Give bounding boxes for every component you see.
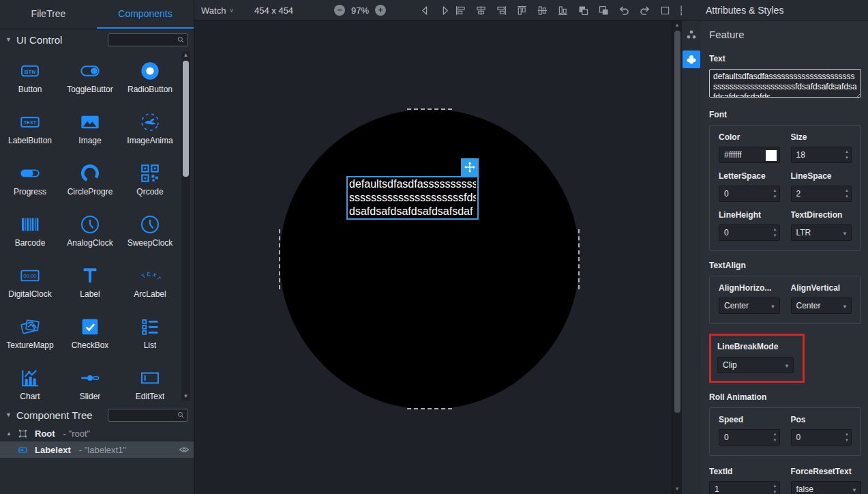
zoom-in-button[interactable]: + xyxy=(375,5,386,16)
scrollbar-thumb[interactable] xyxy=(674,31,680,413)
scroll-down-icon[interactable]: ▼ xyxy=(674,484,680,494)
tree-node-root[interactable]: ▲Root- "root" xyxy=(0,425,194,441)
align-middle-vertical-icon[interactable] xyxy=(537,5,548,16)
component-label: Progress xyxy=(14,187,46,197)
canvas-toolbar: Watch ∨ 454 x 454 − 97% + xyxy=(194,0,682,20)
letterspace-input[interactable]: 0 ▲▼ xyxy=(719,186,780,202)
align-bottom-icon[interactable] xyxy=(557,5,569,16)
align-right-icon[interactable] xyxy=(496,5,507,16)
linespace-input[interactable]: 2 ▲▼ xyxy=(791,186,852,202)
chevron-down-icon: ▼ xyxy=(852,487,857,493)
alignhorizontal-dropdown[interactable]: Center ▼ xyxy=(719,297,780,314)
marquee-icon[interactable] xyxy=(659,5,671,16)
canvas-scrollbar[interactable]: ▲ ▼ xyxy=(672,20,682,494)
chevron-down-icon: ▼ xyxy=(784,363,790,369)
bring-forward-icon[interactable] xyxy=(578,5,589,16)
collapse-caret-icon[interactable]: ▼ xyxy=(5,411,12,418)
undo-icon[interactable] xyxy=(618,5,630,16)
barcode-icon xyxy=(19,214,41,235)
align-center-horizontal-icon[interactable] xyxy=(475,5,487,16)
stepper-icon[interactable]: ▲▼ xyxy=(773,227,777,239)
watch-dropdown[interactable]: Watch ∨ xyxy=(201,0,234,20)
color-swatch[interactable] xyxy=(766,150,777,161)
stepper-icon[interactable]: ▲▼ xyxy=(773,483,777,494)
collapse-caret-icon[interactable]: ▼ xyxy=(5,36,12,43)
component-tree-searchbox xyxy=(108,409,188,422)
selected-label-widget[interactable]: defaultsdfasdfasssssssssssssssssssssssss… xyxy=(346,176,479,220)
canvas-size-label: 454 x 454 xyxy=(254,0,293,20)
color-input[interactable]: #ffffff xyxy=(719,147,780,163)
zoom-controls: − 97% + xyxy=(334,0,386,20)
component-texturemapp[interactable]: TextureMapp xyxy=(0,307,60,358)
ui-control-search-input[interactable] xyxy=(111,35,177,44)
component-togglebuttor[interactable]: ToggleButtor xyxy=(60,51,120,102)
scroll-up-icon[interactable]: ▲ xyxy=(674,20,680,30)
alignvertical-dropdown[interactable]: Center ▼ xyxy=(791,297,852,314)
component-label: LabelButton xyxy=(8,136,52,145)
prev-icon[interactable] xyxy=(419,5,431,16)
send-backward-icon[interactable] xyxy=(598,5,610,16)
pos-label: Pos xyxy=(791,415,852,424)
size-input[interactable]: 18 ▲▼ xyxy=(791,147,852,163)
tab-filetree[interactable]: FileTree xyxy=(0,0,97,29)
expander-icon[interactable]: ▲ xyxy=(4,431,14,437)
textdirection-dropdown[interactable]: LTR ▼ xyxy=(791,224,852,241)
structure-tab[interactable] xyxy=(683,26,700,44)
palette-scrollbar[interactable]: ▲ ▼ xyxy=(181,51,190,401)
component-chart[interactable]: Chart xyxy=(0,358,60,405)
redo-icon[interactable] xyxy=(639,5,650,16)
text-field-input[interactable]: defaultsdfasdfasssssssssssssssssssssssss… xyxy=(709,69,861,98)
scrollbar-thumb[interactable] xyxy=(183,61,189,177)
component-slider[interactable]: Slider xyxy=(60,358,120,405)
component-edittext[interactable]: EditText xyxy=(120,358,180,405)
component-radiobutton[interactable]: RadioButton xyxy=(120,51,180,102)
component-arclabel[interactable]: ArcLabel xyxy=(120,256,180,307)
stepper-icon[interactable]: ▲▼ xyxy=(773,188,777,200)
component-tree-header: ▼ Component Tree xyxy=(0,405,194,425)
component-labelbutton[interactable]: LabelButton xyxy=(0,102,60,154)
scroll-up-icon[interactable]: ▲ xyxy=(183,51,189,59)
textid-input[interactable]: 1 ▲▼ xyxy=(709,481,780,494)
design-canvas[interactable]: defaultsdfasdfasssssssssssssssssssssssss… xyxy=(194,20,672,494)
stepper-icon[interactable]: ▲▼ xyxy=(845,431,849,444)
component-image[interactable]: Image xyxy=(60,102,120,154)
align-top-icon[interactable] xyxy=(516,5,528,16)
component-qrcode[interactable]: Qrcode xyxy=(120,154,180,205)
component-analogclock[interactable]: AnalogClock xyxy=(60,205,120,256)
list-icon xyxy=(139,316,161,338)
align-left-icon[interactable] xyxy=(455,5,466,16)
lineheight-input[interactable]: 0 ▲▼ xyxy=(719,224,780,241)
eye-icon[interactable] xyxy=(179,444,190,455)
root-frame-icon xyxy=(18,428,28,439)
move-handle[interactable] xyxy=(461,158,479,176)
component-progress[interactable]: Progress xyxy=(0,154,60,205)
component-circleprogre[interactable]: CircleProgre xyxy=(60,154,120,205)
label-icon xyxy=(79,265,101,287)
zoom-out-button[interactable]: − xyxy=(334,5,345,16)
stepper-icon[interactable]: ▲▼ xyxy=(845,149,849,161)
component-barcode[interactable]: Barcode xyxy=(0,205,60,256)
slider-icon xyxy=(79,367,101,389)
chevron-down-icon: ▼ xyxy=(770,304,776,310)
next-icon[interactable] xyxy=(439,5,451,16)
component-tree-search-input[interactable] xyxy=(111,411,177,419)
component-digitalclock[interactable]: DigitalClock xyxy=(0,256,60,307)
linebreakmode-dropdown[interactable]: Clip ▼ xyxy=(717,357,794,373)
tab-components[interactable]: Components xyxy=(97,0,194,29)
component-button[interactable]: Button xyxy=(0,51,60,102)
tree-node-labelext[interactable]: Labelext- "labelext1" xyxy=(0,441,194,458)
component-checkbox[interactable]: CheckBox xyxy=(60,307,120,358)
pos-input[interactable]: 0 ▲▼ xyxy=(791,429,852,446)
scroll-down-icon[interactable]: ▼ xyxy=(183,392,189,401)
stepper-icon[interactable]: ▲▼ xyxy=(845,188,849,200)
alignvertical-label: AlignVertical xyxy=(791,283,852,293)
feature-tab[interactable] xyxy=(683,50,700,68)
speed-input[interactable]: 0 ▲▼ xyxy=(719,429,780,446)
component-imageanima[interactable]: ImageAnima xyxy=(120,102,180,154)
component-label[interactable]: Label xyxy=(60,256,120,307)
stepper-icon[interactable]: ▲▼ xyxy=(773,431,777,444)
component-list[interactable]: List xyxy=(120,307,180,358)
forceresettext-dropdown[interactable]: false ▼ xyxy=(791,481,862,494)
component-label: Slider xyxy=(80,392,101,401)
component-sweepclock[interactable]: SweepClock xyxy=(120,205,180,256)
